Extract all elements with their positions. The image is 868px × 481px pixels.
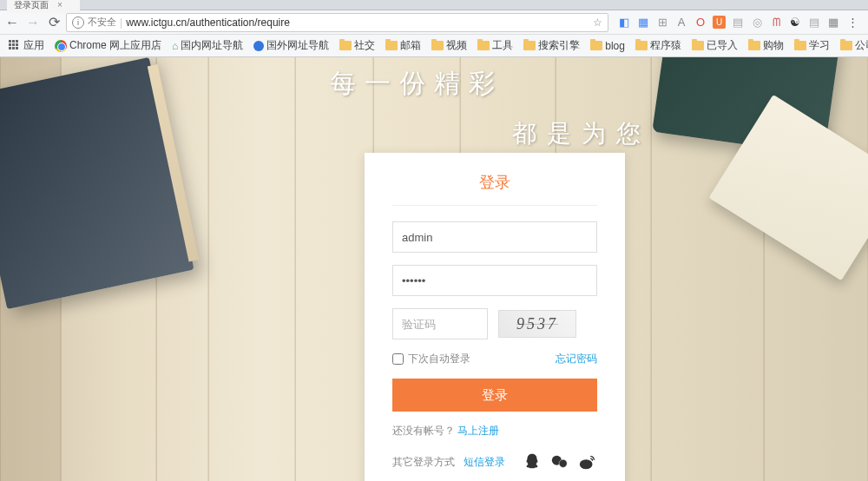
login-card: 登录 9537 下次自动登录 忘记密码 登录 还没有帐号？ 马上注册 其它登录方… (365, 153, 625, 481)
chrome-icon (55, 40, 67, 52)
folder-icon (794, 41, 806, 50)
folder-icon (431, 41, 444, 50)
ext-icon[interactable]: U (713, 16, 726, 29)
svg-point-2 (580, 459, 593, 469)
register-row: 还没有帐号？ 马上注册 (392, 424, 597, 438)
bookmark-folder-video[interactable]: 视频 (428, 36, 470, 55)
bookmark-folder-search[interactable]: 搜索引擎 (520, 36, 583, 55)
svg-point-1 (559, 459, 567, 467)
ext-icon[interactable]: ᗰ (769, 16, 783, 30)
ext-icon[interactable]: ☯ (788, 16, 802, 30)
forward-button[interactable]: → (24, 14, 42, 31)
bookmarks-bar: 应用 Chrome 网上应用店 ⌂ 国内网址导航 国外网址导航 社交 邮箱 视频… (0, 35, 868, 57)
ext-icon[interactable]: ▤ (731, 16, 745, 30)
folder-icon (339, 41, 352, 50)
username-input[interactable] (392, 221, 597, 253)
browser-tabs: 登录页面 × (0, 0, 868, 10)
ext-icon[interactable]: ◎ (750, 16, 764, 30)
tab-close-icon[interactable]: × (57, 0, 62, 10)
bookmark-chrome-store[interactable]: Chrome 网上应用店 (51, 36, 165, 55)
qq-login-icon[interactable] (523, 452, 542, 471)
bookmark-folder-company[interactable]: 公司 (837, 36, 868, 55)
globe-icon (253, 41, 264, 51)
bookmark-domestic[interactable]: ⌂ 国内网址导航 (168, 36, 247, 55)
address-bar: ← → ⟳ i 不安全 | www.ictgu.cn/authenticatio… (0, 10, 868, 35)
reload-button[interactable]: ⟳ (45, 14, 62, 31)
extension-icons: ◧ ▦ ⊞ A O U ▤ ◎ ᗰ ☯ ▤ ▦ ⋮ (612, 16, 865, 30)
weibo-login-icon[interactable] (578, 452, 597, 471)
page-content: 每一份精彩 都是为您 登录 9537 下次自动登录 忘记密码 登录 还没有帐号？… (0, 57, 868, 481)
back-button[interactable]: ← (3, 14, 21, 31)
bookmark-folder-programmer[interactable]: 程序猿 (632, 36, 685, 55)
hero-line1: 每一份精彩 (330, 66, 651, 102)
bookmark-folder-social[interactable]: 社交 (336, 36, 378, 55)
folder-icon (748, 41, 760, 50)
apps-icon (9, 40, 21, 52)
menu-icon[interactable]: ⋮ (845, 16, 859, 30)
info-icon[interactable]: i (72, 16, 84, 29)
star-icon[interactable]: ☆ (593, 16, 602, 29)
register-link[interactable]: 马上注册 (457, 425, 499, 437)
ext-icon[interactable]: A (674, 16, 688, 30)
bookmark-folder-tools[interactable]: 工具 (474, 36, 516, 55)
sms-login-link[interactable]: 短信登录 (464, 455, 505, 470)
ext-icon[interactable]: O (694, 16, 707, 30)
tab-title: 登录页面 (14, 0, 49, 11)
captcha-input[interactable] (392, 308, 488, 339)
bookmark-folder-shopping[interactable]: 购物 (745, 36, 787, 55)
apps-button[interactable]: 应用 (5, 36, 48, 55)
forgot-password-link[interactable]: 忘记密码 (556, 352, 597, 366)
ext-icon[interactable]: ⊞ (655, 16, 669, 30)
captcha-image[interactable]: 9537 (498, 310, 576, 338)
bookmark-foreign[interactable]: 国外网址导航 (250, 36, 332, 55)
ext-icon[interactable]: ▦ (636, 16, 650, 30)
hero-line2: 都是为您 (512, 117, 651, 150)
auto-login-checkbox[interactable] (392, 353, 404, 365)
security-label: 不安全 (88, 16, 116, 29)
folder-icon (385, 41, 398, 50)
bookmark-folder-study[interactable]: 学习 (791, 36, 833, 55)
ext-icon[interactable]: ◧ (617, 16, 631, 30)
browser-tab[interactable]: 登录页面 × (7, 0, 80, 13)
login-title: 登录 (392, 172, 597, 206)
bookmark-folder-blog[interactable]: blog (587, 38, 628, 54)
login-button[interactable]: 登录 (392, 379, 597, 412)
url-text: www.ictgu.cn/authentication/require (126, 16, 589, 29)
bookmark-folder-mail[interactable]: 邮箱 (382, 36, 424, 55)
folder-icon (590, 41, 602, 50)
folder-icon (692, 41, 704, 50)
hero-text: 每一份精彩 都是为您 (330, 66, 651, 150)
home-icon: ⌂ (172, 40, 178, 52)
password-input[interactable] (392, 265, 597, 296)
folder-icon (477, 41, 490, 50)
url-field[interactable]: i 不安全 | www.ictgu.cn/authentication/requ… (66, 13, 608, 32)
ext-icon[interactable]: ▤ (807, 16, 821, 30)
other-login-label: 其它登录方式 (392, 455, 455, 470)
auto-login-label[interactable]: 下次自动登录 (392, 352, 470, 366)
folder-icon (523, 41, 536, 50)
folder-icon (840, 41, 852, 50)
ext-icon[interactable]: ▦ (826, 16, 840, 30)
folder-icon (635, 41, 648, 50)
bookmark-folder-imported[interactable]: 已导入 (688, 36, 741, 55)
wechat-login-icon[interactable] (550, 452, 569, 471)
